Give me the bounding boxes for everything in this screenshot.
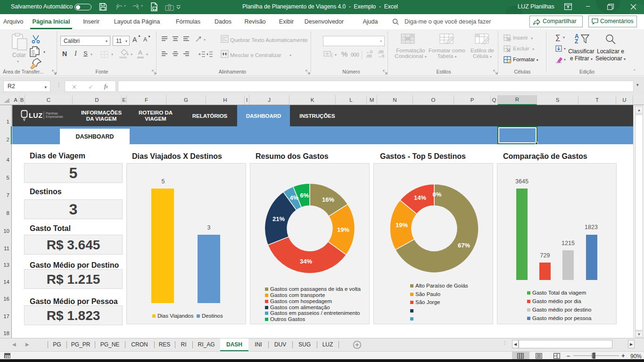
svg-text:6%: 6% — [300, 192, 309, 199]
svg-text:14%: 14% — [414, 194, 426, 201]
svg-text:19%: 19% — [337, 226, 349, 233]
svg-text:0%: 0% — [433, 191, 442, 198]
svg-text:Empresariais: Empresariais — [46, 115, 63, 119]
svg-text:16%: 16% — [322, 196, 334, 203]
svg-text:4%: 4% — [290, 194, 299, 201]
svg-text:Planilhas: Planilhas — [46, 112, 58, 115]
svg-text:34%: 34% — [300, 258, 312, 265]
svg-text:21%: 21% — [272, 215, 285, 222]
svg-text:67%: 67% — [458, 242, 470, 249]
svg-text:LUZ: LUZ — [29, 112, 43, 119]
svg-text:19%: 19% — [396, 222, 408, 229]
